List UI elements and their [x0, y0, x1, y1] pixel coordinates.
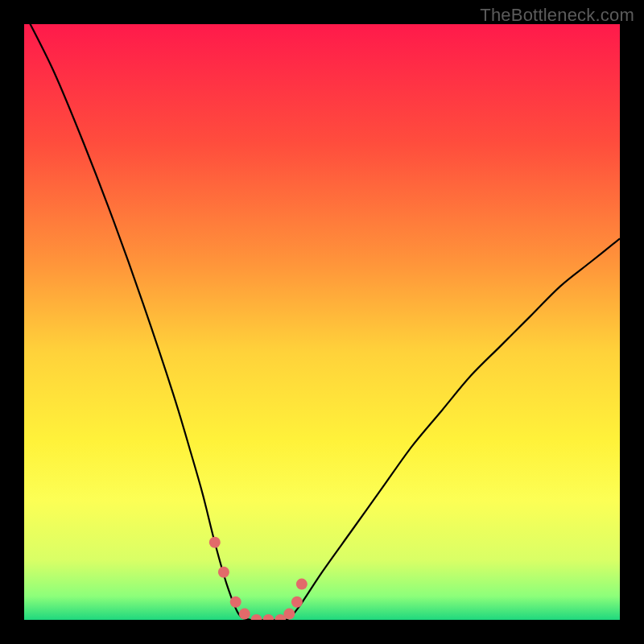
- valley-marker: [209, 537, 221, 548]
- valley-marker: [230, 597, 242, 608]
- plot-area: [24, 24, 620, 620]
- valley-marker: [239, 609, 250, 620]
- chart-frame: TheBottleneck.com: [0, 0, 644, 644]
- bottleneck-chart: [24, 24, 620, 620]
- watermark-text: TheBottleneck.com: [480, 5, 634, 26]
- valley-marker: [291, 597, 303, 608]
- gradient-background: [24, 24, 620, 620]
- valley-marker: [296, 579, 308, 590]
- valley-marker: [283, 609, 295, 620]
- valley-marker: [218, 567, 229, 578]
